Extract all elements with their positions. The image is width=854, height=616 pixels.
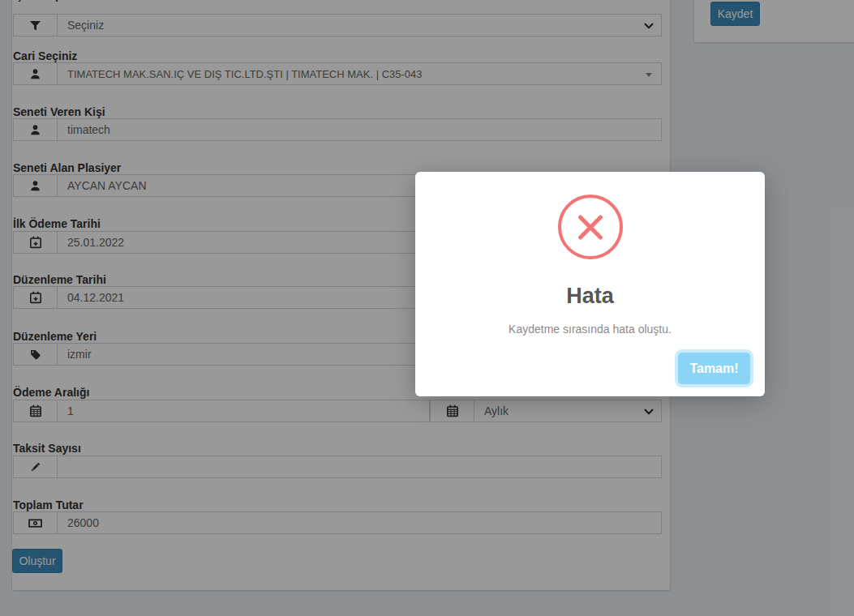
- error-dialog: Hata Kaydetme sırasında hata oluştu. Tam…: [415, 172, 765, 396]
- error-dialog-message: Kaydetme sırasında hata oluştu.: [415, 323, 765, 336]
- tamam-confirm-button[interactable]: Tamam!: [678, 353, 750, 384]
- error-x-icon: [558, 195, 623, 259]
- error-dialog-title: Hata: [415, 284, 765, 309]
